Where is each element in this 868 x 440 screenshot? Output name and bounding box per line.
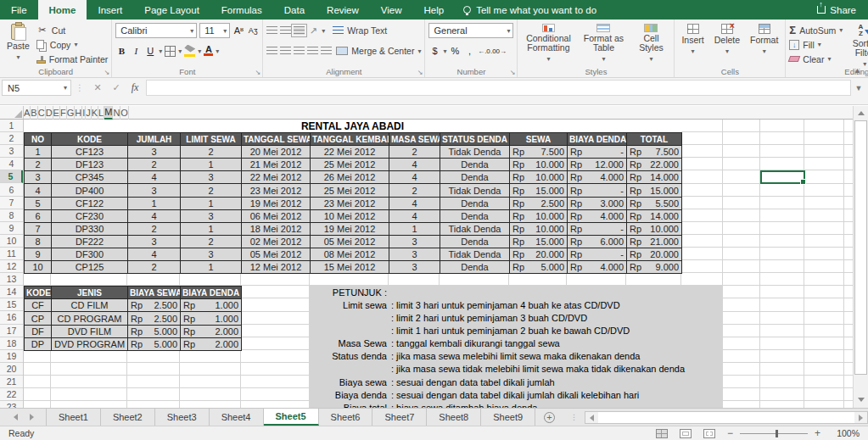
cell-sewa[interactable]: Rp7.500 xyxy=(510,146,568,159)
new-sheet-button[interactable]: + xyxy=(535,409,563,426)
cell-no[interactable]: 7 xyxy=(25,222,52,235)
cell-jumlah[interactable]: 2 xyxy=(128,222,181,235)
column-header-cell[interactable]: BIAYA DENDA xyxy=(568,133,627,146)
cell-status-denda[interactable]: Denda xyxy=(440,261,510,274)
cell-jumlah[interactable]: 2 xyxy=(128,159,181,171)
cell-tanggal-sewa[interactable]: 20 Mei 2012 xyxy=(242,146,311,159)
cell-sewa[interactable]: Rp15.000 xyxy=(510,235,568,248)
cell-tanggal-sewa[interactable]: 19 Mei 2012 xyxy=(242,197,311,209)
cell-kode[interactable]: CP345 xyxy=(52,171,128,184)
conditional-formatting-button[interactable]: Conditional Formatting ▾ xyxy=(521,22,575,65)
dialog-launcher-icon[interactable]: ↘ xyxy=(510,69,516,76)
cell-biaya-denda[interactable]: Rp- xyxy=(568,146,627,159)
cell-tanggal-sewa[interactable]: 21 Mei 2012 xyxy=(242,159,311,171)
sheet-tab[interactable]: Sheet6 xyxy=(319,409,373,426)
scroll-down-button[interactable] xyxy=(854,393,868,406)
cell-tanggal-sewa[interactable]: 02 Mei 2012 xyxy=(242,235,311,248)
cell-status-denda[interactable]: Tidak Denda xyxy=(440,184,510,197)
decrease-decimal-button[interactable]: .00→ xyxy=(492,46,504,57)
cell-masa-sewa[interactable]: 3 xyxy=(389,261,440,274)
format-painter-button[interactable]: Format Painter xyxy=(36,53,108,65)
zoom-level[interactable]: 100% xyxy=(832,428,860,438)
column-header[interactable]: N xyxy=(113,106,120,120)
cell-tanggal-sewa[interactable]: 23 Mei 2012 xyxy=(242,184,311,197)
cell-status-denda[interactable]: Denda xyxy=(440,209,510,222)
comma-format-button[interactable]: , xyxy=(463,46,475,57)
cell-total[interactable]: Rp15.000 xyxy=(627,184,682,197)
chevron-down-icon[interactable]: ▾ xyxy=(178,47,182,55)
cell-limit-sewa[interactable]: 1 xyxy=(181,197,242,209)
cell-tanggal-kembali[interactable]: 15 Mei 2012 xyxy=(311,261,389,274)
cell-kode[interactable]: CF122 xyxy=(52,197,128,209)
column-header[interactable]: H xyxy=(75,106,82,120)
cell-no[interactable]: 3 xyxy=(25,171,52,184)
cell-total[interactable]: Rp20.000 xyxy=(627,248,682,260)
zoom-slider-thumb[interactable] xyxy=(776,430,778,437)
cell-masa-sewa[interactable]: 1 xyxy=(389,222,440,235)
cell-jumlah[interactable]: 3 xyxy=(128,235,181,248)
column-header[interactable]: B xyxy=(31,106,37,120)
cell-tanggal-kembali[interactable]: 26 Mei 2012 xyxy=(311,171,389,184)
cell-status-denda[interactable]: Denda xyxy=(440,171,510,184)
formula-input[interactable] xyxy=(146,80,851,96)
row-header[interactable]: 7 xyxy=(0,197,23,209)
cell-biaya-sewa[interactable]: Rp5.000 xyxy=(128,337,181,350)
cell-jumlah[interactable]: 4 xyxy=(128,171,181,184)
clear-button[interactable]: Clear▾ xyxy=(789,53,843,65)
scroll-right-button[interactable] xyxy=(854,412,867,423)
horizontal-scrollbar[interactable] xyxy=(585,411,868,424)
cell-masa-sewa[interactable]: 4 xyxy=(389,159,440,171)
cell-kode[interactable]: DF xyxy=(25,325,52,337)
column-header-cell[interactable]: KODE xyxy=(52,133,128,146)
cell-no[interactable]: 9 xyxy=(25,248,52,260)
cell-total[interactable]: Rp14.000 xyxy=(627,209,682,222)
cell-masa-sewa[interactable]: 4 xyxy=(389,171,440,184)
ribbon-tab[interactable]: Help xyxy=(413,0,456,19)
zoom-slider[interactable] xyxy=(740,433,808,434)
cell-jenis[interactable]: CD PROGRAM xyxy=(52,312,128,325)
sheet-tab[interactable]: Sheet7 xyxy=(372,409,427,426)
cell-kode[interactable]: DF123 xyxy=(52,159,128,171)
insert-cells-button[interactable]: Insert ▾ xyxy=(678,22,707,65)
borders-button[interactable] xyxy=(165,46,176,57)
cell-masa-sewa[interactable]: 3 xyxy=(389,235,440,248)
cell-biaya-denda[interactable]: Rp12.000 xyxy=(568,159,627,171)
cell-status-denda[interactable]: Denda xyxy=(440,159,510,171)
fill-color-button[interactable] xyxy=(184,46,195,57)
font-size-select[interactable]: 11▾ xyxy=(199,23,230,38)
column-header-cell[interactable]: SEWA xyxy=(510,133,568,146)
ribbon-tab[interactable]: Insert xyxy=(87,0,133,19)
copy-button[interactable]: Copy▾ xyxy=(36,38,108,51)
orientation-button[interactable]: ↗ xyxy=(307,25,319,36)
cell-biaya-sewa[interactable]: Rp5.000 xyxy=(128,325,181,337)
cell-limit-sewa[interactable]: 2 xyxy=(181,235,242,248)
cell-no[interactable]: 1 xyxy=(25,146,52,159)
row-header[interactable]: 9 xyxy=(0,222,23,235)
column-header[interactable]: G xyxy=(67,106,76,120)
column-header[interactable]: M xyxy=(104,106,113,120)
merge-center-button[interactable]: Merge & Center▾ xyxy=(336,45,421,58)
cell-biaya-denda[interactable]: Rp6.000 xyxy=(568,235,627,248)
cell-styles-button[interactable]: Cell Styles ▾ xyxy=(631,22,670,65)
cell-sewa[interactable]: Rp15.000 xyxy=(510,184,568,197)
cell-no[interactable]: 10 xyxy=(25,261,52,274)
scroll-up-button[interactable] xyxy=(854,106,868,120)
sheet-tab[interactable]: Sheet3 xyxy=(155,409,210,426)
underline-button[interactable]: U xyxy=(144,46,156,57)
cell-limit-sewa[interactable]: 3 xyxy=(181,171,242,184)
cell-masa-sewa[interactable]: 2 xyxy=(389,184,440,197)
decrease-indent-button[interactable] xyxy=(307,47,318,55)
cell-total[interactable]: Rp7.500 xyxy=(627,146,682,159)
cell-limit-sewa[interactable]: 1 xyxy=(181,261,242,274)
vertical-scrollbar-thumb[interactable] xyxy=(854,120,867,375)
cell-jenis[interactable]: DVD FILM xyxy=(52,325,128,337)
align-middle-button[interactable] xyxy=(280,26,291,35)
cell-limit-sewa[interactable]: 1 xyxy=(181,222,242,235)
align-center-button[interactable] xyxy=(280,47,291,55)
cell-tanggal-kembali[interactable]: 19 Mei 2012 xyxy=(311,222,389,235)
cell-jenis[interactable]: DVD PROGRAM xyxy=(52,337,128,350)
column-header-cell[interactable]: JENIS xyxy=(52,287,128,299)
cell-status-denda[interactable]: Tidak Denda xyxy=(440,248,510,260)
row-header[interactable]: 1 xyxy=(0,120,23,132)
column-header-cell[interactable]: LIMIT SEWA xyxy=(181,133,242,146)
